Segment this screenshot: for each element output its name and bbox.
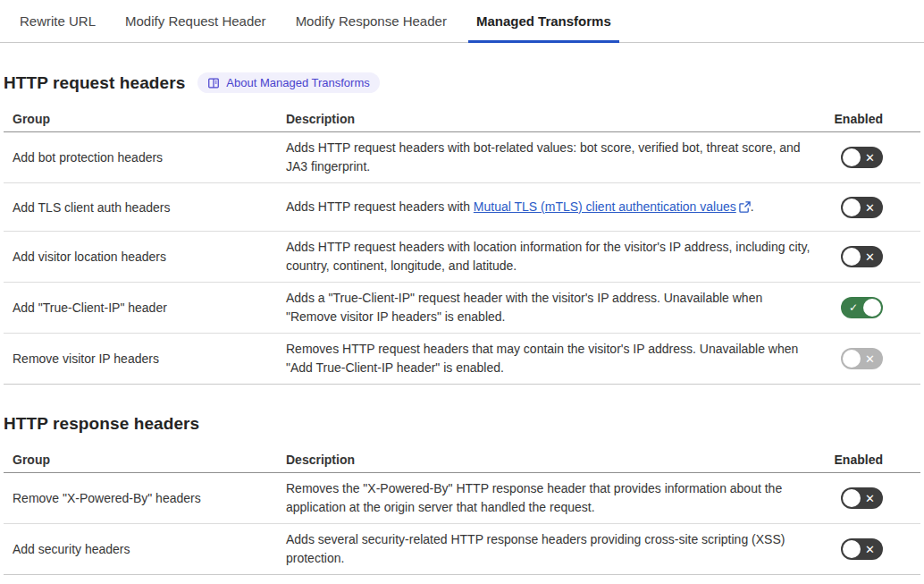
description-cell: Adds HTTP request headers with bot-relat… bbox=[277, 132, 831, 182]
about-pill-label: About Managed Transforms bbox=[226, 76, 369, 89]
column-header-description: Description bbox=[277, 451, 831, 470]
description-cell: Adds a "True-Client-IP" request header w… bbox=[277, 283, 831, 333]
column-header-enabled: Enabled bbox=[831, 453, 920, 467]
toggle-knob bbox=[843, 148, 861, 166]
table-row: Remove "X-Powered-By" headersRemoves the… bbox=[4, 473, 920, 524]
description-cell: Adds HTTP request headers with Mutual TL… bbox=[277, 183, 831, 231]
x-icon: ✕ bbox=[865, 152, 875, 164]
group-cell: Remove "X-Powered-By" headers bbox=[4, 491, 277, 505]
group-cell: Add TLS client auth headers bbox=[4, 200, 277, 215]
description-cell: Adds several security-related HTTP respo… bbox=[277, 524, 831, 574]
toggle-add-true-client-ip-header[interactable]: ✓ bbox=[841, 297, 883, 318]
external-link-icon bbox=[739, 201, 751, 213]
table-row: Remove visitor IP headersRemoves HTTP re… bbox=[4, 334, 920, 385]
table-row: Add "True-Client-IP" headerAdds a "True-… bbox=[4, 283, 920, 334]
section-head: HTTP response headers bbox=[4, 414, 920, 434]
transforms-table: Remove "X-Powered-By" headersRemoves the… bbox=[4, 473, 920, 575]
tab-managed-transforms[interactable]: Managed Transforms bbox=[468, 0, 619, 42]
x-icon: ✕ bbox=[865, 493, 875, 504]
toggle-knob bbox=[843, 248, 861, 266]
transforms-table: Add bot protection headersAdds HTTP requ… bbox=[4, 132, 920, 385]
enabled-cell: ✕ bbox=[831, 246, 920, 267]
group-cell: Remove visitor IP headers bbox=[4, 351, 277, 366]
description-cell: Adds HTTP request headers with location … bbox=[277, 232, 831, 282]
section-title: HTTP request headers bbox=[4, 73, 185, 93]
tab-modify-response-header[interactable]: Modify Response Header bbox=[288, 0, 455, 42]
group-cell: Add "True-Client-IP" header bbox=[4, 300, 277, 315]
column-header-enabled: Enabled bbox=[831, 112, 920, 126]
tab-modify-request-header[interactable]: Modify Request Header bbox=[117, 0, 274, 42]
column-header-group: Group bbox=[4, 453, 277, 467]
toggle-knob bbox=[843, 350, 861, 368]
toggle-add-visitor-location-headers[interactable]: ✕ bbox=[841, 246, 883, 267]
x-icon: ✕ bbox=[865, 353, 875, 365]
section-title: HTTP response headers bbox=[4, 414, 199, 434]
section-head: HTTP request headers About Managed Trans… bbox=[4, 72, 920, 93]
toggle-add-security-headers[interactable]: ✕ bbox=[841, 538, 883, 560]
description-cell: Removes HTTP request headers that may co… bbox=[277, 334, 831, 384]
section-http-response-headers: HTTP response headers Group Description … bbox=[4, 414, 920, 575]
section-http-request-headers: HTTP request headers About Managed Trans… bbox=[4, 72, 920, 385]
x-icon: ✕ bbox=[865, 201, 875, 213]
toggle-remove-x-powered-by-headers[interactable]: ✕ bbox=[841, 487, 883, 509]
toggle-knob bbox=[843, 540, 861, 558]
enabled-cell: ✕ bbox=[831, 538, 920, 560]
tabs-bar: Rewrite URLModify Request HeaderModify R… bbox=[0, 0, 924, 43]
table-header: Group Description Enabled bbox=[4, 447, 920, 473]
enabled-cell: ✓ bbox=[831, 297, 920, 318]
enabled-cell: ✕ bbox=[831, 147, 920, 168]
enabled-cell: ✕ bbox=[831, 487, 920, 509]
x-icon: ✕ bbox=[865, 251, 875, 263]
column-header-description: Description bbox=[277, 110, 831, 129]
book-icon bbox=[207, 77, 220, 89]
enabled-cell: ✕ bbox=[831, 197, 920, 218]
x-icon: ✕ bbox=[865, 544, 875, 555]
toggle-add-tls-client-auth-headers[interactable]: ✕ bbox=[841, 197, 883, 218]
group-cell: Add security headers bbox=[4, 542, 277, 556]
group-cell: Add bot protection headers bbox=[4, 150, 277, 165]
about-managed-transforms-link[interactable]: About Managed Transforms bbox=[197, 72, 379, 93]
mtls-values-link[interactable]: Mutual TLS (mTLS) client authentication … bbox=[474, 199, 736, 214]
toggle-knob bbox=[843, 489, 861, 507]
description-cell: Removes the "X-Powered-By" HTTP response… bbox=[277, 473, 831, 523]
table-row: Add TLS client auth headersAdds HTTP req… bbox=[4, 183, 920, 232]
table-row: Add security headersAdds several securit… bbox=[4, 524, 920, 575]
toggle-remove-visitor-ip-headers: ✕ bbox=[841, 348, 883, 369]
tab-rewrite-url[interactable]: Rewrite URL bbox=[12, 0, 104, 42]
enabled-cell: ✕ bbox=[831, 348, 920, 369]
group-cell: Add visitor location headers bbox=[4, 250, 277, 264]
table-row: Add bot protection headersAdds HTTP requ… bbox=[4, 132, 920, 183]
check-icon: ✓ bbox=[849, 302, 858, 313]
managed-transforms-page: HTTP request headers About Managed Trans… bbox=[0, 72, 924, 575]
table-header: Group Description Enabled bbox=[4, 106, 920, 132]
toggle-knob bbox=[843, 199, 861, 216]
table-row: Add visitor location headersAdds HTTP re… bbox=[4, 232, 920, 283]
column-header-group: Group bbox=[4, 112, 277, 126]
toggle-knob bbox=[863, 299, 881, 317]
toggle-add-bot-protection-headers[interactable]: ✕ bbox=[841, 147, 883, 168]
